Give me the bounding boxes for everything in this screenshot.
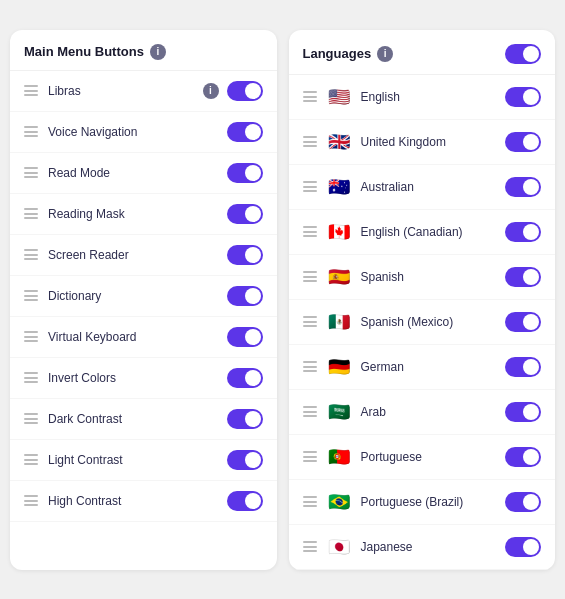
drag-handle[interactable] (303, 496, 317, 507)
flag-icon: 🇪🇸 (327, 265, 351, 289)
list-item: Libras i (10, 71, 277, 112)
drag-handle[interactable] (24, 331, 38, 342)
flag-icon: 🇬🇧 (327, 130, 351, 154)
item-label: Libras (48, 84, 203, 98)
flag-icon: 🇩🇪 (327, 355, 351, 379)
item-label: Light Contrast (48, 453, 227, 467)
item-toggle[interactable] (227, 368, 263, 388)
main-container: Main Menu Buttons i Libras i Voice Navig… (10, 30, 555, 570)
flag-icon: 🇺🇸 (327, 85, 351, 109)
list-item: Light Contrast (10, 440, 277, 481)
left-panel: Main Menu Buttons i Libras i Voice Navig… (10, 30, 277, 570)
list-item: 🇪🇸 Spanish (289, 255, 556, 300)
item-label: Reading Mask (48, 207, 227, 221)
item-toggle[interactable] (227, 245, 263, 265)
drag-handle[interactable] (303, 406, 317, 417)
list-item: Dark Contrast (10, 399, 277, 440)
drag-handle[interactable] (303, 136, 317, 147)
item-label: Invert Colors (48, 371, 227, 385)
drag-handle[interactable] (24, 249, 38, 260)
item-toggle[interactable] (505, 222, 541, 242)
item-toggle[interactable] (227, 204, 263, 224)
drag-handle[interactable] (303, 181, 317, 192)
item-label: English (Canadian) (361, 225, 506, 239)
list-item: 🇯🇵 Japanese (289, 525, 556, 570)
item-toggle[interactable] (227, 409, 263, 429)
right-panel-header: Languages i (289, 30, 556, 75)
item-info-icon[interactable]: i (203, 83, 219, 99)
item-label: Screen Reader (48, 248, 227, 262)
drag-handle[interactable] (303, 271, 317, 282)
item-toggle[interactable] (227, 327, 263, 347)
drag-handle[interactable] (24, 372, 38, 383)
item-label: Portuguese (361, 450, 506, 464)
right-panel-title: Languages (303, 46, 372, 61)
item-label: Spanish (Mexico) (361, 315, 506, 329)
flag-icon: 🇲🇽 (327, 310, 351, 334)
drag-handle[interactable] (303, 451, 317, 462)
item-label: High Contrast (48, 494, 227, 508)
item-toggle[interactable] (227, 491, 263, 511)
left-panel-body: Libras i Voice Navigation Read Mode (10, 71, 277, 522)
item-toggle[interactable] (505, 312, 541, 332)
flag-icon: 🇧🇷 (327, 490, 351, 514)
list-item: Screen Reader (10, 235, 277, 276)
drag-handle[interactable] (303, 91, 317, 102)
item-toggle[interactable] (505, 447, 541, 467)
drag-handle[interactable] (24, 495, 38, 506)
item-toggle[interactable] (227, 122, 263, 142)
flag-icon: 🇸🇦 (327, 400, 351, 424)
item-label: Spanish (361, 270, 506, 284)
drag-handle[interactable] (303, 541, 317, 552)
item-label: Dictionary (48, 289, 227, 303)
left-panel-header: Main Menu Buttons i (10, 30, 277, 71)
right-panel-info-icon[interactable]: i (377, 46, 393, 62)
list-item: 🇩🇪 German (289, 345, 556, 390)
drag-handle[interactable] (24, 126, 38, 137)
drag-handle[interactable] (303, 226, 317, 237)
item-label: Read Mode (48, 166, 227, 180)
list-item: Dictionary (10, 276, 277, 317)
right-panel: Languages i 🇺🇸 English 🇬🇧 United King (289, 30, 556, 570)
item-toggle[interactable] (505, 492, 541, 512)
list-item: Read Mode (10, 153, 277, 194)
item-toggle[interactable] (227, 163, 263, 183)
item-label: Arab (361, 405, 506, 419)
item-toggle[interactable] (505, 177, 541, 197)
right-panel-header-left: Languages i (303, 46, 394, 62)
list-item: 🇨🇦 English (Canadian) (289, 210, 556, 255)
item-toggle[interactable] (505, 267, 541, 287)
list-item: 🇸🇦 Arab (289, 390, 556, 435)
drag-handle[interactable] (24, 167, 38, 178)
flag-icon: 🇦🇺 (327, 175, 351, 199)
drag-handle[interactable] (24, 413, 38, 424)
drag-handle[interactable] (303, 361, 317, 372)
drag-handle[interactable] (24, 290, 38, 301)
item-toggle[interactable] (227, 450, 263, 470)
list-item: 🇬🇧 United Kingdom (289, 120, 556, 165)
left-panel-info-icon[interactable]: i (150, 44, 166, 60)
drag-handle[interactable] (24, 85, 38, 96)
list-item: Reading Mask (10, 194, 277, 235)
list-item: Voice Navigation (10, 112, 277, 153)
drag-handle[interactable] (303, 316, 317, 327)
right-panel-body: 🇺🇸 English 🇬🇧 United Kingdom 🇦🇺 Australi… (289, 75, 556, 570)
item-label: German (361, 360, 506, 374)
item-toggle[interactable] (227, 81, 263, 101)
item-label: Japanese (361, 540, 506, 554)
item-label: English (361, 90, 506, 104)
drag-handle[interactable] (24, 208, 38, 219)
list-item: 🇲🇽 Spanish (Mexico) (289, 300, 556, 345)
item-toggle[interactable] (505, 537, 541, 557)
item-toggle[interactable] (505, 357, 541, 377)
languages-master-toggle[interactable] (505, 44, 541, 64)
item-toggle[interactable] (505, 87, 541, 107)
item-toggle[interactable] (505, 402, 541, 422)
list-item: Virtual Keyboard (10, 317, 277, 358)
item-toggle[interactable] (227, 286, 263, 306)
list-item: 🇵🇹 Portuguese (289, 435, 556, 480)
item-toggle[interactable] (505, 132, 541, 152)
drag-handle[interactable] (24, 454, 38, 465)
left-panel-header-left: Main Menu Buttons i (24, 44, 166, 60)
item-label: Voice Navigation (48, 125, 227, 139)
